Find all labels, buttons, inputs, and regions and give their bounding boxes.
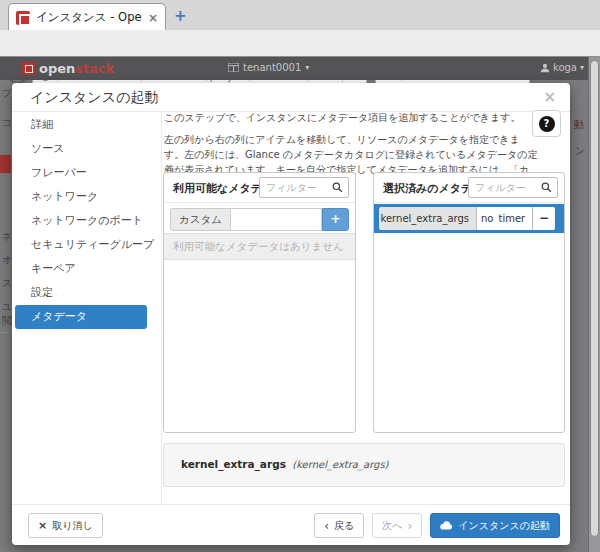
panel-divider — [164, 202, 355, 203]
project-selector[interactable]: tenant0001 ▾ — [228, 62, 309, 73]
bg-nav-fragment: 閲 — [2, 314, 12, 328]
cancel-button[interactable]: × 取り消し — [28, 513, 103, 538]
search-icon — [332, 178, 343, 197]
custom-key-input[interactable] — [231, 208, 322, 231]
browser-tab[interactable]: インスタンス - Open... × — [8, 3, 166, 31]
remove-icon[interactable]: − — [532, 207, 555, 230]
bg-nav-fragment: ネ — [2, 230, 12, 244]
wizard-steps: 詳細 ソース フレーバー ネットワーク ネットワークのポート セキュリティーグル… — [12, 113, 161, 329]
modal-header: インスタンスの起動 × — [12, 83, 570, 112]
scrollbar-thumb[interactable] — [590, 60, 599, 537]
back-button[interactable]: ‹ 戻る — [314, 513, 364, 538]
add-icon[interactable]: + — [322, 208, 349, 231]
chevron-left-icon: ‹ — [324, 520, 329, 532]
user-icon — [540, 63, 550, 73]
step-details[interactable]: 詳細 — [12, 113, 161, 137]
cloud-icon — [440, 521, 453, 530]
no-available-metadata-message: 利用可能なメタデータはありません — [164, 233, 355, 260]
selected-filter[interactable] — [468, 177, 558, 198]
description-line-1: このステップで、インスタンスにメタデータ項目を追加することができます。 — [164, 110, 538, 125]
metadata-detail-panel: kernel_extra_args (kernel_extra_args) — [163, 443, 565, 487]
step-network-ports[interactable]: ネットワークのポート — [12, 209, 161, 233]
browser-chrome: インスタンス - Open... × + ← 172.16.1.121/dash… — [0, 0, 600, 57]
search-icon — [541, 178, 552, 197]
user-name: koga — [553, 62, 577, 73]
modal-title: インスタンスの起動 — [30, 89, 158, 107]
panel-divider — [374, 202, 564, 203]
chevron-right-icon: › — [408, 520, 413, 532]
available-filter-input[interactable] — [260, 182, 326, 193]
chevron-down-icon: ▾ — [580, 63, 584, 72]
bg-divider — [0, 332, 12, 333]
close-icon[interactable]: × — [543, 88, 556, 106]
project-icon — [228, 63, 239, 72]
project-name: tenant0001 — [243, 62, 301, 73]
browser-navbar: ← 172.16.1.121/dashboard/project/instanc… — [0, 30, 600, 56]
available-filter[interactable] — [259, 177, 349, 198]
bg-button-fragment: 動 — [574, 118, 584, 132]
step-source[interactable]: ソース — [12, 137, 161, 161]
step-metadata[interactable]: メタデータ — [15, 305, 147, 329]
bg-nav-fragment: コ — [2, 116, 12, 130]
custom-metadata-group: カスタム + — [170, 208, 349, 231]
next-button[interactable]: 次へ › — [372, 513, 422, 538]
metadata-key: kernel_extra_args — [379, 207, 476, 230]
step-security-groups[interactable]: セキュリティーグループ — [12, 233, 161, 257]
step-key-pair[interactable]: キーペア — [12, 257, 161, 281]
metadata-detail-name: kernel_extra_args — [181, 458, 286, 470]
tab-title: インスタンス - Open... — [36, 10, 142, 25]
bg-active-nav-marker — [0, 155, 11, 173]
new-tab-icon[interactable]: + — [174, 7, 187, 25]
bg-nav-fragment: ユ — [2, 300, 12, 314]
metadata-value-input[interactable] — [476, 207, 532, 230]
bg-text-fragment: ン — [575, 144, 585, 158]
cancel-icon: × — [38, 519, 47, 532]
metadata-detail-annotation: (kernel_extra_args) — [292, 459, 388, 470]
user-menu[interactable]: koga ▾ — [540, 62, 584, 73]
available-metadata-panel: 利用可能なメタデータ カスタム + 利用可能なメタデータはありません — [163, 172, 356, 433]
bg-nav-fragment: オ — [2, 253, 12, 267]
step-networks[interactable]: ネットワーク — [12, 185, 161, 209]
launch-instance-modal: インスタンスの起動 × 詳細 ソース フレーバー ネットワーク ネットワークのポ… — [12, 83, 570, 545]
step-configuration[interactable]: 設定 — [12, 281, 161, 305]
help-button[interactable]: ? — [532, 110, 561, 137]
openstack-logo[interactable]: open stack — [22, 61, 114, 76]
launch-instance-button[interactable]: インスタンスの起動 — [430, 513, 560, 538]
footer-button-group: ‹ 戻る 次へ › インスタンスの起動 — [314, 513, 560, 538]
custom-label: カスタム — [170, 208, 231, 231]
step-flavor[interactable]: フレーバー — [12, 161, 161, 185]
sidebar-divider — [161, 112, 162, 504]
openstack-favicon-icon — [16, 11, 30, 25]
modal-footer: × 取り消し ‹ 戻る 次へ › インスタンスの起動 — [12, 504, 570, 545]
selected-metadata-panel: 選択済みのメタデータ kernel_extra_args − — [373, 172, 565, 433]
bg-nav-fragment: ス — [2, 276, 12, 290]
selected-filter-input[interactable] — [469, 182, 535, 193]
selected-metadata-row[interactable]: kernel_extra_args − — [374, 204, 564, 233]
chevron-down-icon: ▾ — [305, 63, 309, 72]
bg-nav-fragment: プ — [2, 86, 12, 100]
help-icon: ? — [539, 116, 555, 132]
tab-close-icon[interactable]: × — [148, 11, 158, 25]
openstack-logo-icon — [22, 62, 35, 75]
